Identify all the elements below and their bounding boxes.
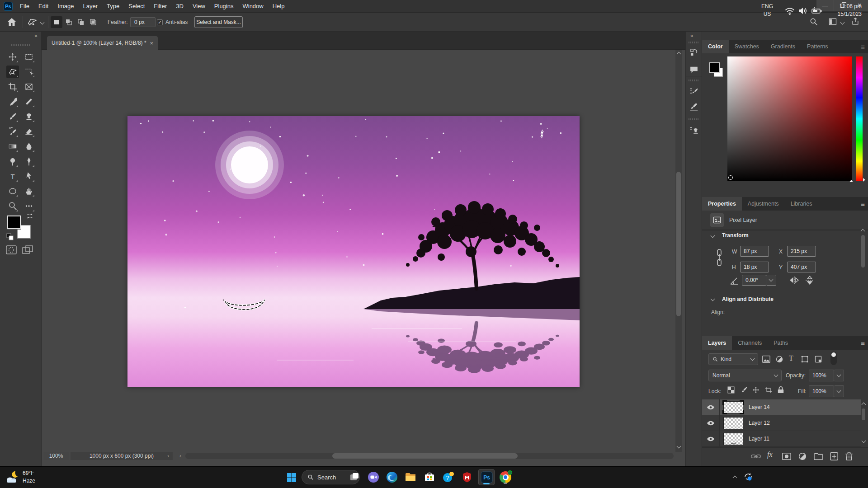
lock-image-icon[interactable] xyxy=(740,386,748,396)
layer-row-layer-11[interactable]: Layer 11 xyxy=(702,431,861,447)
layer-filter-kind-dropdown[interactable]: Kind xyxy=(708,353,758,365)
subtract-from-selection-mode-button[interactable] xyxy=(75,16,87,28)
menu-plugins[interactable]: Plugins xyxy=(210,0,238,13)
tab-patterns[interactable]: Patterns xyxy=(801,40,834,53)
get-started-icon[interactable]: ? xyxy=(441,470,455,484)
layers-scroll-up-icon[interactable] xyxy=(862,403,866,407)
panel-menu-icon[interactable]: ≡ xyxy=(861,43,865,51)
tab-layers[interactable]: Layers xyxy=(702,336,732,350)
anti-alias-checkbox[interactable]: ✓ xyxy=(157,19,163,25)
width-input[interactable]: 87 px xyxy=(740,246,769,257)
layers-scroll-down-icon[interactable] xyxy=(862,439,866,443)
x-input[interactable]: 215 px xyxy=(787,246,816,257)
brush-settings-panel-icon[interactable] xyxy=(689,86,699,97)
panel-group-grip[interactable] xyxy=(689,42,699,43)
layer-mask-icon[interactable] xyxy=(782,452,792,463)
update-sync-icon[interactable] xyxy=(743,472,753,482)
scroll-left-icon[interactable]: ‹ xyxy=(176,452,184,460)
filter-toggle-pill[interactable] xyxy=(830,352,837,365)
shape-filter-icon[interactable] xyxy=(801,355,809,365)
layers-scrollbar-thumb[interactable] xyxy=(862,408,865,420)
saturation-brightness-field[interactable] xyxy=(727,56,852,181)
fill-dropdown[interactable] xyxy=(834,385,844,397)
layer-name[interactable]: Layer 14 xyxy=(749,404,770,410)
battery-charging-icon[interactable] xyxy=(811,6,823,15)
adjustment-layer-icon[interactable] xyxy=(798,452,807,463)
tab-gradients[interactable]: Gradients xyxy=(765,40,801,53)
chat-app-icon[interactable] xyxy=(366,470,381,484)
photoshop-taskbar-icon[interactable]: Ps xyxy=(478,469,495,485)
opacity-input[interactable]: 100% xyxy=(809,370,834,381)
quick-mask-mode-icon[interactable] xyxy=(5,245,17,257)
tab-libraries[interactable]: Libraries xyxy=(785,197,818,211)
new-selection-mode-button[interactable] xyxy=(51,16,62,28)
move-tool[interactable] xyxy=(6,51,19,63)
eyedropper-tool[interactable] xyxy=(6,95,19,108)
lock-transparent-icon[interactable] xyxy=(727,386,735,395)
foreground-color-swatch[interactable] xyxy=(7,216,21,229)
dodge-tool[interactable] xyxy=(6,155,19,168)
brush-tool[interactable] xyxy=(6,110,19,123)
menu-window[interactable]: Window xyxy=(238,0,268,13)
microsoft-store-icon[interactable] xyxy=(422,470,437,484)
layer-thumbnail[interactable] xyxy=(723,433,743,445)
clock-widget[interactable]: 11:06 pm 15/1/2023 xyxy=(838,3,862,18)
comments-panel-icon[interactable] xyxy=(689,64,699,75)
expand-panels-icon[interactable]: « xyxy=(690,33,693,39)
vertical-scrollbar-thumb[interactable] xyxy=(676,172,681,316)
edge-browser-icon[interactable] xyxy=(385,470,399,484)
new-layer-icon[interactable] xyxy=(830,452,839,463)
home-icon[interactable] xyxy=(6,17,17,28)
status-expand-icon[interactable]: › xyxy=(164,452,173,460)
image-filter-icon[interactable] xyxy=(762,355,771,365)
type-filter-icon[interactable]: T xyxy=(789,354,793,362)
flip-horizontal-icon[interactable] xyxy=(789,276,800,286)
horizontal-scrollbar-thumb[interactable] xyxy=(332,453,518,459)
zoom-tool[interactable] xyxy=(6,200,19,212)
swap-colors-icon[interactable] xyxy=(26,212,33,221)
path-selection-tool[interactable] xyxy=(23,170,35,183)
smart-object-filter-icon[interactable] xyxy=(814,355,822,365)
y-input[interactable]: 407 px xyxy=(787,262,816,272)
type-tool[interactable]: T xyxy=(6,170,19,183)
mcafee-icon[interactable] xyxy=(460,470,474,484)
flip-vertical-icon[interactable] xyxy=(804,276,815,286)
menu-select[interactable]: Select xyxy=(124,0,149,13)
tool-preset-chevron-icon[interactable] xyxy=(40,20,45,24)
adjustment-filter-icon[interactable] xyxy=(775,355,783,365)
share-icon[interactable] xyxy=(851,17,860,26)
angle-dropdown[interactable] xyxy=(766,275,776,286)
workspace-chevron-icon[interactable] xyxy=(840,20,845,25)
weather-widget[interactable]: 69°FHaze xyxy=(5,469,35,485)
select-and-mask-button[interactable]: Select and Mask... xyxy=(194,16,243,28)
layer-row-layer-14[interactable]: Layer 14 xyxy=(702,399,861,415)
gradient-tool[interactable] xyxy=(6,140,19,153)
layer-style-fx-icon[interactable]: fx xyxy=(767,450,773,459)
eraser-tool[interactable] xyxy=(23,125,35,138)
frame-tool[interactable] xyxy=(23,80,35,93)
search-icon[interactable] xyxy=(809,17,818,26)
tab-paths[interactable]: Paths xyxy=(768,336,794,350)
layer-visibility-eye-icon[interactable] xyxy=(702,436,719,442)
layer-thumbnail[interactable] xyxy=(723,401,743,413)
blend-mode-dropdown[interactable]: Normal xyxy=(708,370,782,381)
blur-tool[interactable] xyxy=(23,140,35,153)
chrome-icon[interactable] xyxy=(498,470,513,484)
canvas[interactable] xyxy=(127,116,580,387)
crop-tool[interactable] xyxy=(6,80,19,93)
new-group-icon[interactable] xyxy=(813,452,823,462)
close-document-icon[interactable]: × xyxy=(150,40,154,47)
layer-name[interactable]: Layer 12 xyxy=(749,420,770,426)
menu-type[interactable]: Type xyxy=(102,0,124,13)
wifi-icon[interactable] xyxy=(785,6,795,15)
zoom-level[interactable]: 100% xyxy=(43,452,69,460)
panel-menu-icon[interactable]: ≡ xyxy=(861,200,865,208)
panel-group-grip[interactable] xyxy=(689,118,699,120)
menu-filter[interactable]: Filter xyxy=(149,0,171,13)
edit-toolbar-ellipsis[interactable] xyxy=(23,200,35,212)
tab-properties[interactable]: Properties xyxy=(702,197,742,211)
rotate-angle-input[interactable]: 0.00° xyxy=(742,275,766,286)
lock-all-icon[interactable] xyxy=(777,386,784,396)
color-cursor[interactable] xyxy=(728,175,733,180)
brushes-panel-icon[interactable] xyxy=(689,101,699,112)
